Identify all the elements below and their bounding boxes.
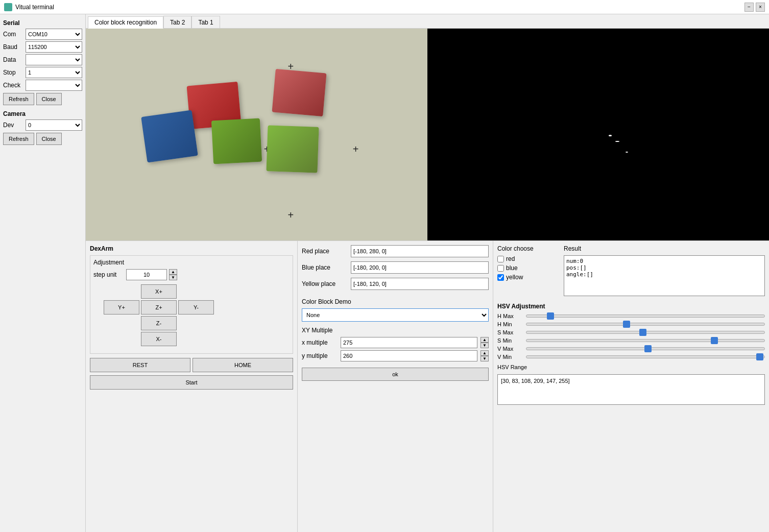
x-plus-button[interactable]: X+ <box>141 284 177 299</box>
hsv-slider-row-5: V Min <box>497 354 765 360</box>
hsv-label-0: H Max <box>497 313 523 319</box>
hsv-slider-row-3: S Min <box>497 337 765 344</box>
red-place-input[interactable] <box>351 245 489 257</box>
hsv-slider-row-1: H Min <box>497 321 765 327</box>
white-speck-2 <box>615 141 619 142</box>
hsv-label-5: V Min <box>497 354 523 360</box>
x-minus-button[interactable]: X- <box>141 332 177 346</box>
y-plus-button[interactable]: Y+ <box>104 300 139 315</box>
hsv-track-0[interactable] <box>526 315 765 318</box>
white-speck-1 <box>609 135 612 136</box>
y-multiple-label: y multiple <box>302 352 338 359</box>
sidebar: Serial Com COM10COM1COM2 Baud 1152009600… <box>0 14 86 532</box>
home-button[interactable]: HOME <box>193 358 293 372</box>
data-select[interactable]: 87 <box>26 54 82 65</box>
color-choose-title: Color choose <box>497 245 559 252</box>
red-block-2 <box>272 69 326 116</box>
tab-bar: Color block recognition Tab 2 Tab 1 <box>86 14 769 29</box>
hsv-thumb-5 <box>756 353 763 360</box>
x-multiple-input[interactable] <box>341 337 477 348</box>
x-multiple-down[interactable]: ▼ <box>480 343 489 348</box>
hsv-thumb-0 <box>547 312 554 320</box>
hsv-track-1[interactable] <box>526 323 765 326</box>
color-block-demo-title: Color Block Demo <box>302 298 489 305</box>
yellow-place-input[interactable] <box>351 278 489 290</box>
blue-checkbox[interactable] <box>497 265 504 272</box>
hsv-label-4: V Max <box>497 346 523 352</box>
place-panel: Red place Blue place Yellow place Color … <box>298 241 493 532</box>
y-multiple-up[interactable]: ▲ <box>480 350 489 356</box>
camera-view-black <box>427 29 769 240</box>
check-label: Check <box>3 82 23 89</box>
ok-button[interactable]: ok <box>302 368 489 381</box>
title-bar: Vitual terminal − × <box>0 0 769 14</box>
blue-label: blue <box>506 264 518 272</box>
z-plus-button[interactable]: Z+ <box>141 300 177 315</box>
hsv-label-3: S Min <box>497 337 523 344</box>
hsv-label-1: H Min <box>497 321 523 327</box>
z-minus-button[interactable]: Z- <box>141 316 177 330</box>
tab-1[interactable]: Tab 1 <box>191 16 220 28</box>
hsv-slider-row-0: H Max <box>497 313 765 319</box>
camera-section-label: Camera <box>3 110 82 117</box>
step-unit-input[interactable] <box>126 269 167 280</box>
step-up-button[interactable]: ▲ <box>169 269 177 275</box>
baud-label: Baud <box>3 43 23 51</box>
dexarm-panel: DexArm Adjustment step unit ▲ ▼ <box>86 241 298 532</box>
x-multiple-label: x multiple <box>302 339 338 346</box>
hsv-track-5[interactable] <box>526 355 765 358</box>
y-multiple-down[interactable]: ▼ <box>480 356 489 361</box>
hsv-track-2[interactable] <box>526 331 765 334</box>
serial-section-label: Serial <box>3 19 82 27</box>
hsv-track-4[interactable] <box>526 347 765 350</box>
tab-color-block[interactable]: Color block recognition <box>88 16 163 29</box>
dev-label: Dev <box>3 122 23 129</box>
hsv-range-value: [30, 83, 108, 209, 147, 255] <box>501 378 570 384</box>
hsv-thumb-1 <box>623 321 630 328</box>
com-label: Com <box>3 31 23 38</box>
crosshair-4: + <box>351 144 361 155</box>
com-select[interactable]: COM10COM1COM2 <box>26 29 82 40</box>
red-label: red <box>506 255 515 262</box>
yellow-label: yellow <box>506 274 523 281</box>
stop-select[interactable]: 12 <box>26 67 82 78</box>
adjustment-title: Adjustment <box>93 259 290 266</box>
hsv-range-box: [30, 83, 108, 209, 147, 255] <box>497 374 765 405</box>
yellow-place-label: Yellow place <box>302 280 348 287</box>
y-multiple-input[interactable] <box>341 350 477 361</box>
hsv-track-3[interactable] <box>526 339 765 342</box>
blue-place-label: Blue place <box>302 264 348 271</box>
step-down-button[interactable]: ▼ <box>169 275 177 280</box>
hsv-thumb-3 <box>711 337 718 344</box>
close-button[interactable]: × <box>756 3 765 12</box>
yellow-checkbox[interactable] <box>497 274 504 281</box>
camera-close-button[interactable]: Close <box>36 133 62 145</box>
result-textarea: num:0 pos:[] angle:[] <box>564 255 765 296</box>
serial-refresh-button[interactable]: Refresh <box>3 93 34 105</box>
hsv-label-2: S Max <box>497 329 523 335</box>
result-section: Result num:0 pos:[] angle:[] <box>564 245 765 298</box>
hsv-range-label: HSV Range <box>497 364 765 370</box>
start-button[interactable]: Start <box>90 375 293 390</box>
y-minus-button[interactable]: Y- <box>178 300 214 315</box>
x-multiple-up[interactable]: ▲ <box>480 337 489 343</box>
check-select[interactable]: NoneEven <box>26 80 82 91</box>
blue-place-input[interactable] <box>351 261 489 274</box>
white-speck-3 <box>626 152 628 153</box>
camera-refresh-button[interactable]: Refresh <box>3 133 34 145</box>
tab-2[interactable]: Tab 2 <box>163 16 191 28</box>
hsv-slider-row-2: S Max <box>497 329 765 335</box>
color-block-demo-select[interactable]: NoneDemo1Demo2 <box>302 308 489 322</box>
camera-view-color: + + + + + <box>86 29 427 240</box>
step-unit-label: step unit <box>93 271 124 278</box>
dev-select[interactable]: 012 <box>26 119 82 131</box>
rest-button[interactable]: REST <box>90 358 190 372</box>
hsv-slider-row-4: V Max <box>497 346 765 352</box>
app-icon <box>4 3 12 11</box>
hsv-section: HSV Adjustment H MaxH MinS MaxS MinV Max… <box>497 303 765 405</box>
minimize-button[interactable]: − <box>744 3 754 12</box>
stop-label: Stop <box>3 69 23 76</box>
red-checkbox[interactable] <box>497 256 504 262</box>
serial-close-button[interactable]: Close <box>36 93 62 105</box>
baud-select[interactable]: 1152009600 <box>26 41 82 53</box>
